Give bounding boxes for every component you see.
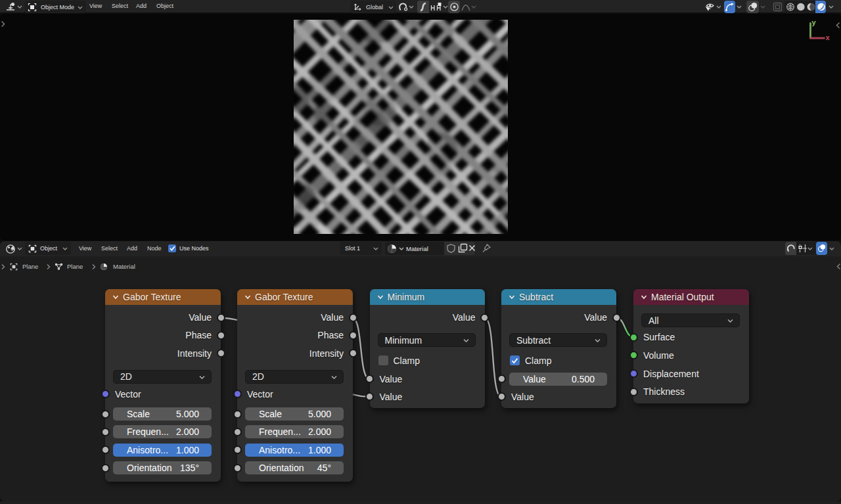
svg-text:y: y	[812, 18, 817, 26]
svg-text:x: x	[826, 34, 830, 41]
